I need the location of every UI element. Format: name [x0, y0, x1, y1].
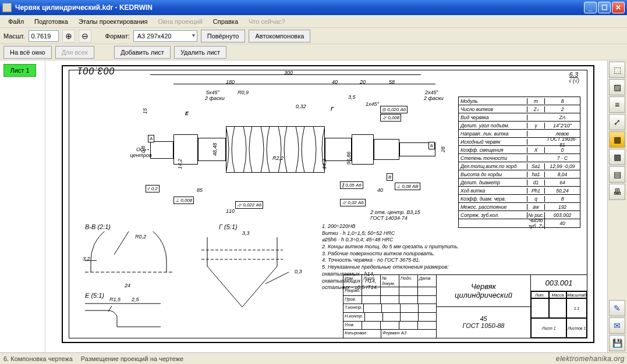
toolbar-2: На всё окно Для всех Добавить лист Удали… [0, 44, 627, 60]
status-hint: Размещение проекций на чертеже [81, 355, 183, 362]
surface-roughness: 6,3 [569, 71, 578, 78]
minimize-button[interactable]: _ [584, 2, 597, 13]
zoom-in-button[interactable]: ⊕ [62, 30, 75, 42]
tol6: ⌭ 0,008 [380, 114, 401, 122]
chamfer-1: 5x45° [206, 90, 219, 95]
detail-bb-icon [79, 231, 178, 290]
chamfer-2: 2x45° [425, 90, 438, 95]
tool-view-icon[interactable]: ▨ [609, 79, 625, 95]
mark-g: Г [331, 106, 334, 112]
d4: 95,86 [346, 152, 352, 165]
menubar: Файл Подготовка Этапы проектирования Окн… [0, 15, 627, 28]
menu-help[interactable]: Справка [208, 17, 243, 26]
workarea: Лист 1 003.001 6,3 √ (√) 300 180 40 20 5… [0, 60, 607, 352]
menu-file[interactable]: Файл [3, 17, 29, 26]
dim-85: 85 [197, 187, 203, 193]
worm-shaft [150, 126, 421, 173]
autolayout-button[interactable]: Автокомпоновка [249, 30, 310, 42]
dim-110: 110 [226, 208, 235, 214]
fit-window-button[interactable]: На всё окно [3, 46, 52, 59]
format-select[interactable]: А3 297x420 [133, 30, 197, 42]
menu-prep[interactable]: Подготовка [30, 17, 73, 26]
scale-label: Масшт. [3, 33, 25, 40]
tol-ra02: √ 0,2 [146, 185, 160, 192]
e-r15: R1,5 [109, 297, 121, 302]
drawing-number: 003.001 [531, 275, 587, 291]
tol3: ∥ 0,05 А6 [340, 181, 363, 189]
surface-roughness-sym: √ (√) [569, 78, 579, 84]
tool-dims-icon[interactable]: ⤢ [609, 114, 625, 130]
tool-layers-icon[interactable]: ≡ [609, 97, 625, 113]
d1: 14,2 [177, 159, 183, 169]
drawing-number-top: 003.001 [77, 65, 115, 76]
dim-1x45: 1x45° [366, 101, 379, 107]
parameter-table: Модульm8Число витковZ₁2Вид червякаZAДели… [458, 97, 580, 228]
app-icon [2, 3, 12, 12]
tool-note-icon[interactable]: ✎ [609, 300, 625, 316]
statusbar: 6. Компоновка чертежа Размещение проекци… [0, 352, 627, 364]
right-toolbar: ⬚ ▨ ≡ ⤢ ▦ ▩ ▤ 🖶 ✎ ✉ 💾 [607, 60, 627, 352]
chamfer-2-note: 2 фаски [424, 95, 444, 101]
chamfer-1-note: 2 фаски [205, 95, 225, 101]
detail-e-icon [85, 299, 167, 331]
radius-09: R0,9 [238, 90, 249, 95]
tol4: ⌭ 0,02 А6 [340, 199, 366, 206]
datum-b-2: B [387, 173, 393, 181]
window-title: Червяк цилиндрический.kdr - KEDRWIN [15, 3, 153, 12]
dim-40-bot: 40 [377, 187, 383, 193]
close-button[interactable]: ✕ [612, 2, 625, 13]
detail-views: В-В (2:1) 3,2 24 R0,2 Е (5:1) R1,5 2,5 Г… [79, 223, 347, 334]
tool-hatch-icon[interactable]: ▩ [609, 149, 625, 165]
g-33: 3,3 [242, 230, 250, 236]
add-sheet-button[interactable]: Добавить лист [114, 46, 171, 59]
status-step: 6. Компоновка чертежа [3, 355, 73, 362]
d2: 48,48 [212, 143, 218, 156]
dim-35: 3,5 [348, 94, 356, 100]
d5: 28 [440, 147, 446, 152]
menu-stages[interactable]: Этапы проектирования [74, 17, 153, 26]
menu-proj-windows: Окна проекций [154, 17, 207, 26]
format-label: Формат: [105, 33, 130, 40]
tol7: ⊥ 0,08 АВ [395, 183, 420, 190]
detail-e-label: Е (5:1) [85, 292, 104, 299]
rotated-button[interactable]: Повёрнуто [201, 30, 246, 42]
material: 45 ГОСТ 1050-88 [437, 307, 530, 338]
sheet-list: Лист 1 [0, 60, 45, 352]
tol5: ◎ 0,020 А6 [380, 106, 408, 113]
dim-15: 15 [142, 108, 148, 114]
datum-b: Б [428, 142, 435, 149]
menu-whatnow: Что сейчас? [244, 17, 290, 26]
detail-g-icon [201, 231, 306, 313]
zoom-out-icon: ⊖ [82, 31, 88, 41]
datum-a: А [148, 135, 154, 142]
dim-032: 0,32 [296, 104, 306, 109]
tol2b: ⊥ 0,008 [173, 197, 194, 204]
tool-save-icon[interactable]: 💾 [609, 335, 625, 351]
delete-sheet-button[interactable]: Удалить лист [174, 46, 226, 59]
worm-thread-icon [226, 126, 325, 173]
toolbar-1: Масшт. ⊕ ⊖ Формат: А3 297x420 Повёрнуто … [0, 28, 627, 44]
bb-32: 3,2 [83, 256, 90, 262]
e-25: 2,5 [132, 297, 139, 302]
axis-label: Ось центров [129, 147, 153, 158]
tol1: ⌭ 0,022 А6 [235, 201, 263, 209]
detail-g-label: Г (5:1) [219, 223, 238, 230]
zoom-out-button[interactable]: ⊖ [79, 30, 91, 42]
sheet-tab-1[interactable]: Лист 1 [3, 64, 36, 77]
maximize-button[interactable]: ☐ [598, 2, 611, 13]
centers-note: 2 отв. центр. В3,15 ГОСТ 14034-74 [370, 209, 420, 221]
titlebar: Червяк цилиндрический.kdr - KEDRWIN _ ☐ … [0, 0, 627, 15]
zoom-in-icon: ⊕ [65, 31, 72, 41]
tool-section-icon[interactable]: ⬚ [609, 62, 625, 78]
tool-grid-icon[interactable]: ▤ [609, 166, 625, 183]
drawing-canvas[interactable]: 003.001 6,3 √ (√) 300 180 40 20 58 5x45°… [45, 60, 607, 352]
tool-print-icon[interactable]: 🖶 [609, 184, 625, 200]
tool-mail-icon[interactable]: ✉ [609, 317, 625, 334]
tool-titleblock-icon[interactable]: ▦ [609, 131, 625, 148]
for-all-button: Для всех [55, 46, 94, 59]
bb-24: 24 [125, 283, 130, 288]
r22: R2,2 [272, 155, 284, 161]
scale-input[interactable] [29, 30, 59, 42]
bb-r02: R0,2 [135, 234, 146, 240]
title-block: Изм.Лист№ докум.Подп.Дата Разраб. Пров. … [343, 274, 587, 338]
